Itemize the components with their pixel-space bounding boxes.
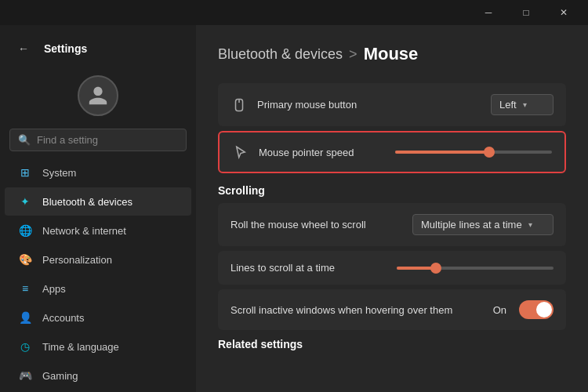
bluetooth-icon: ✦ [17,194,33,209]
search-icon: 🔍 [18,134,31,146]
sidebar-item-time[interactable]: ◷ Time & language [5,332,191,361]
sidebar-item-label-system: System [42,167,76,179]
sidebar-header: ← Settings [0,25,196,66]
lines-scroll-slider-track[interactable] [397,267,554,270]
setting-left-scroll: Roll the mouse wheel to scroll [230,219,366,230]
mouse-pointer-speed-label: Mouse pointer speed [259,147,354,158]
scrolling-section-heading: Scrolling [218,184,566,197]
breadcrumb-separator: > [349,46,358,63]
scroll-inactive-row: Scroll inactive windows when hovering ov… [218,289,566,330]
sidebar-nav: ⊞ System ✦ Bluetooth & devices 🌐 Network… [0,158,196,392]
lines-scroll-row: Lines to scroll at a time [218,251,566,285]
lines-scroll-slider-container[interactable] [397,267,554,270]
sidebar-item-label-personalization: Personalization [42,254,112,266]
breadcrumb-current: Mouse [364,44,419,64]
pointer-speed-icon [232,143,249,161]
sidebar-item-label-time: Time & language [42,341,119,353]
gaming-icon: 🎮 [17,368,33,383]
sidebar-title: Settings [44,42,87,55]
sidebar-item-network[interactable]: 🌐 Network & internet [5,216,191,245]
close-button[interactable]: ✕ [546,0,582,25]
scroll-inactive-toggle-wrapper: On [493,300,554,319]
network-icon: 🌐 [17,223,33,238]
scroll-inactive-label: Scroll inactive windows when hovering ov… [230,304,452,316]
pointer-speed-slider-track[interactable] [395,151,552,154]
dropdown-arrow-icon: ▾ [523,100,527,109]
time-icon: ◷ [17,339,33,354]
scroll-inactive-on-label: On [493,304,506,316]
sidebar-item-personalization[interactable]: 🎨 Personalization [5,245,191,274]
lines-scroll-label: Lines to scroll at a time [230,262,335,274]
mouse-pointer-speed-row: Mouse pointer speed [218,131,566,173]
accounts-icon: 👤 [17,310,33,325]
content-area: Bluetooth & devices > Mouse Primary mous… [196,25,588,392]
lines-scroll-slider-thumb[interactable] [430,263,441,274]
roll-scroll-dropdown[interactable]: Multiple lines at a time ▾ [412,214,554,235]
setting-left-speed: Mouse pointer speed [232,143,354,161]
sidebar-item-label-network: Network & internet [42,225,126,237]
sidebar-item-label-accounts: Accounts [42,312,84,324]
avatar[interactable] [78,75,118,116]
pointer-speed-slider-container[interactable] [395,151,552,154]
primary-mouse-button-dropdown[interactable]: Left ▾ [491,94,554,115]
breadcrumb-parent[interactable]: Bluetooth & devices [218,46,343,63]
sidebar-item-gaming[interactable]: 🎮 Gaming [5,361,191,390]
sidebar-item-apps[interactable]: ≡ Apps [5,274,191,303]
breadcrumb: Bluetooth & devices > Mouse [218,44,566,64]
pointer-speed-slider-thumb[interactable] [484,147,495,158]
back-button[interactable]: ← [13,38,34,60]
user-icon [87,85,109,107]
app-container: ← Settings 🔍 ⊞ System ✦ Bluetooth & devi… [0,25,588,392]
sidebar-item-bluetooth[interactable]: ✦ Bluetooth & devices [5,187,191,216]
personalization-icon: 🎨 [17,252,33,267]
roll-scroll-label: Roll the mouse wheel to scroll [230,219,366,230]
sidebar: ← Settings 🔍 ⊞ System ✦ Bluetooth & devi… [0,25,196,392]
titlebar: ─ □ ✕ [0,0,588,25]
primary-mouse-button-row: Primary mouse button Left ▾ [218,83,566,126]
sidebar-item-label-apps: Apps [42,283,66,295]
pointer-speed-slider-fill [395,151,489,154]
primary-mouse-button-label: Primary mouse button [257,99,357,111]
minimize-button[interactable]: ─ [470,0,506,25]
sidebar-item-label-gaming: Gaming [42,370,78,382]
sidebar-item-label-bluetooth: Bluetooth & devices [42,196,132,208]
setting-left: Primary mouse button [230,96,357,114]
toggle-knob [536,302,552,318]
setting-left-lines: Lines to scroll at a time [230,262,335,274]
roll-scroll-row: Roll the mouse wheel to scroll Multiple … [218,203,566,246]
search-input[interactable] [37,134,178,146]
mouse-button-icon [230,96,248,114]
sidebar-item-accounts[interactable]: 👤 Accounts [5,303,191,332]
setting-left-inactive: Scroll inactive windows when hovering ov… [230,304,452,316]
dropdown-value: Left [499,99,517,111]
scroll-inactive-toggle[interactable] [519,300,554,319]
apps-icon: ≡ [17,281,33,296]
roll-scroll-value: Multiple lines at a time [421,219,522,230]
sidebar-item-system[interactable]: ⊞ System [5,158,191,187]
related-settings-heading: Related settings [218,338,566,350]
roll-scroll-dropdown-arrow: ▾ [528,220,532,229]
maximize-button[interactable]: □ [508,0,544,25]
search-box: 🔍 [9,129,187,151]
window-controls: ─ □ ✕ [470,0,582,25]
system-icon: ⊞ [17,165,33,180]
avatar-section [0,66,196,129]
